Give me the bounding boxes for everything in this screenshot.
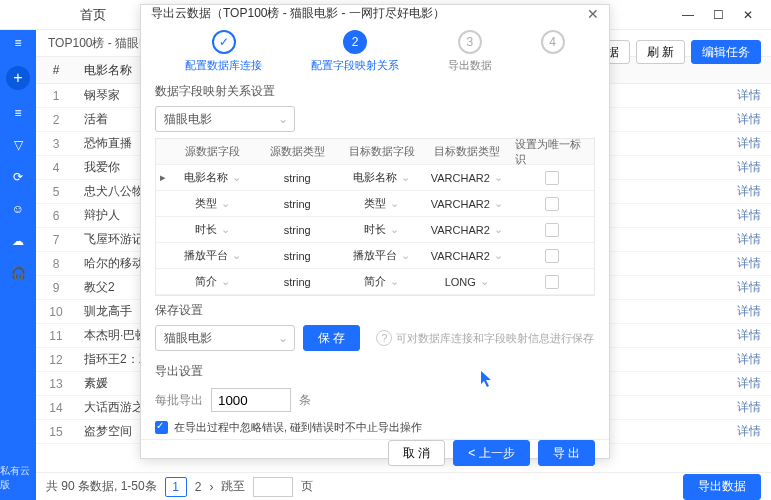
dst-type[interactable]: VARCHAR2 bbox=[424, 223, 509, 236]
src-field[interactable]: 时长 bbox=[170, 222, 255, 237]
src-field[interactable]: 类型 bbox=[170, 196, 255, 211]
detail-link[interactable]: 详情 bbox=[737, 303, 771, 320]
page-1[interactable]: 1 bbox=[165, 477, 187, 497]
cloud-icon[interactable]: ☁ bbox=[9, 232, 27, 250]
detail-link[interactable]: 详情 bbox=[737, 159, 771, 176]
home-tab[interactable]: 首页 bbox=[80, 6, 106, 24]
dst-type[interactable]: VARCHAR2 bbox=[424, 197, 509, 210]
src-type: string bbox=[255, 198, 340, 210]
refresh-button[interactable]: 刷 新 bbox=[636, 40, 685, 64]
minimize-button[interactable]: — bbox=[673, 3, 703, 27]
mapping-table: 源数据字段 源数据类型 目标数据字段 目标数据类型 设置为唯一标识 ▸电影名称s… bbox=[155, 138, 595, 296]
export-button[interactable]: 导 出 bbox=[538, 440, 595, 466]
page-more[interactable]: › bbox=[209, 480, 213, 494]
map-row: 播放平台string播放平台VARCHAR2 bbox=[156, 243, 594, 269]
row-index: 11 bbox=[36, 329, 76, 343]
detail-link[interactable]: 详情 bbox=[737, 255, 771, 272]
dst-type[interactable]: VARCHAR2 bbox=[424, 249, 509, 262]
detail-link[interactable]: 详情 bbox=[737, 207, 771, 224]
row-index: 2 bbox=[36, 113, 76, 127]
src-field[interactable]: 简介 bbox=[170, 274, 255, 289]
prev-button[interactable]: < 上一步 bbox=[453, 440, 529, 466]
row-index: 14 bbox=[36, 401, 76, 415]
filter-icon[interactable]: ▽ bbox=[9, 136, 27, 154]
page-next[interactable]: 2 bbox=[195, 480, 202, 494]
add-button[interactable]: + bbox=[6, 66, 30, 90]
dst-field[interactable]: 播放平台 bbox=[340, 248, 425, 263]
unique-checkbox[interactable] bbox=[509, 223, 594, 237]
list-icon[interactable]: ≡ bbox=[9, 104, 27, 122]
map-h-dst: 目标数据字段 bbox=[340, 144, 425, 159]
modal-title: 导出云数据（TOP100榜 - 猫眼电影 - 一网打尽好电影） bbox=[151, 5, 445, 22]
step-1-label: 配置数据库连接 bbox=[185, 58, 262, 73]
ignore-error-checkbox[interactable] bbox=[155, 421, 168, 434]
save-hint: 可对数据库连接和字段映射信息进行保存 bbox=[376, 330, 594, 346]
mouse-cursor-icon bbox=[480, 370, 494, 388]
step-4-icon: 4 bbox=[541, 30, 565, 54]
detail-link[interactable]: 详情 bbox=[737, 279, 771, 296]
dst-field[interactable]: 时长 bbox=[340, 222, 425, 237]
row-index: 6 bbox=[36, 209, 76, 223]
unique-checkbox[interactable] bbox=[509, 249, 594, 263]
jump-label: 跳至 bbox=[221, 478, 245, 495]
row-index: 10 bbox=[36, 305, 76, 319]
pager-total: 共 90 条数据, 1-50条 bbox=[46, 478, 157, 495]
map-row: ▸电影名称string电影名称VARCHAR2 bbox=[156, 165, 594, 191]
maximize-button[interactable]: ☐ bbox=[703, 3, 733, 27]
jump-input[interactable] bbox=[253, 477, 293, 497]
detail-link[interactable]: 详情 bbox=[737, 111, 771, 128]
step-2-label: 配置字段映射关系 bbox=[311, 58, 399, 73]
save-select[interactable]: 猫眼电影 bbox=[155, 325, 295, 351]
src-type: string bbox=[255, 224, 340, 236]
save-button[interactable]: 保 存 bbox=[303, 325, 360, 351]
dst-type[interactable]: VARCHAR2 bbox=[424, 171, 509, 184]
version-label: 私有云版 bbox=[0, 464, 36, 492]
cancel-button[interactable]: 取 消 bbox=[388, 440, 445, 466]
export-section-title: 导出设置 bbox=[141, 357, 609, 384]
detail-link[interactable]: 详情 bbox=[737, 183, 771, 200]
map-row: 类型string类型VARCHAR2 bbox=[156, 191, 594, 217]
detail-link[interactable]: 详情 bbox=[737, 375, 771, 392]
detail-link[interactable]: 详情 bbox=[737, 87, 771, 104]
sidebar: ≡ + ≡ ▽ ⟳ ☺ ☁ 🎧 私有云版 bbox=[0, 30, 36, 500]
unique-checkbox[interactable] bbox=[509, 197, 594, 211]
detail-link[interactable]: 详情 bbox=[737, 327, 771, 344]
row-index: 3 bbox=[36, 137, 76, 151]
detail-link[interactable]: 详情 bbox=[737, 135, 771, 152]
row-arrow-icon: ▸ bbox=[156, 171, 170, 184]
map-row: 时长string时长VARCHAR2 bbox=[156, 217, 594, 243]
src-field[interactable]: 播放平台 bbox=[170, 248, 255, 263]
row-index: 15 bbox=[36, 425, 76, 439]
batch-input[interactable] bbox=[211, 388, 291, 412]
menu-icon[interactable]: ≡ bbox=[9, 34, 27, 52]
unique-checkbox[interactable] bbox=[509, 275, 594, 289]
dst-field[interactable]: 类型 bbox=[340, 196, 425, 211]
clock-icon[interactable]: ⟳ bbox=[9, 168, 27, 186]
map-h-uniq: 设置为唯一标识 bbox=[509, 137, 594, 167]
detail-link[interactable]: 详情 bbox=[737, 231, 771, 248]
detail-link[interactable]: 详情 bbox=[737, 351, 771, 368]
headset-icon[interactable]: 🎧 bbox=[9, 264, 27, 282]
detail-link[interactable]: 详情 bbox=[737, 399, 771, 416]
export-data-button[interactable]: 导出数据 bbox=[683, 474, 761, 500]
row-index: 12 bbox=[36, 353, 76, 367]
edit-task-button[interactable]: 编辑任务 bbox=[691, 40, 761, 64]
dst-field[interactable]: 电影名称 bbox=[340, 170, 425, 185]
unique-checkbox[interactable] bbox=[509, 171, 594, 185]
detail-link[interactable]: 详情 bbox=[737, 423, 771, 440]
step-3-label: 导出数据 bbox=[448, 58, 492, 73]
map-row: 简介string简介LONG bbox=[156, 269, 594, 295]
map-h-stype: 源数据类型 bbox=[255, 144, 340, 159]
source-select[interactable]: 猫眼电影 bbox=[155, 106, 295, 132]
dst-type[interactable]: LONG bbox=[424, 275, 509, 288]
close-button[interactable]: ✕ bbox=[733, 3, 763, 27]
modal-close-icon[interactable]: ✕ bbox=[587, 6, 599, 22]
col-index: # bbox=[36, 63, 76, 77]
step-3-icon: 3 bbox=[458, 30, 482, 54]
src-field[interactable]: 电影名称 bbox=[170, 170, 255, 185]
ignore-error-label: 在导出过程中忽略错误, 碰到错误时不中止导出操作 bbox=[174, 420, 422, 435]
dst-field[interactable]: 简介 bbox=[340, 274, 425, 289]
row-index: 7 bbox=[36, 233, 76, 247]
user-icon[interactable]: ☺ bbox=[9, 200, 27, 218]
row-index: 9 bbox=[36, 281, 76, 295]
